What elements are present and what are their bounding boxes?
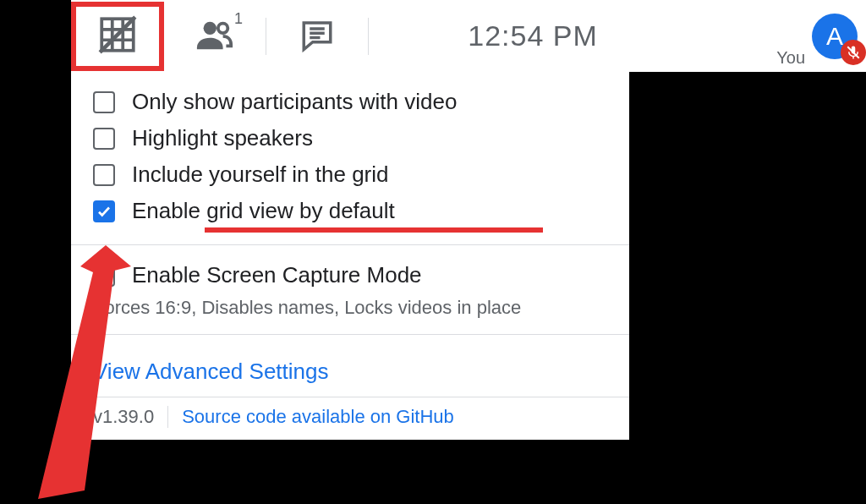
- option-include-yourself[interactable]: Include yourself in the grid: [71, 156, 629, 193]
- grid-settings-panel: Only show participants with video Highli…: [71, 72, 629, 440]
- checkbox[interactable]: [93, 128, 115, 150]
- panel-divider: [71, 244, 629, 245]
- panel-footer: v1.39.0 Source code available on GitHub: [71, 397, 629, 440]
- mic-muted-icon: [841, 40, 866, 65]
- you-label: You: [776, 48, 805, 68]
- checkbox[interactable]: [93, 91, 115, 113]
- screen-capture-hint: Forces 16:9, Disables names, Locks video…: [71, 293, 629, 319]
- version-label: v1.39.0: [93, 406, 154, 428]
- option-label: Only show participants with video: [132, 89, 457, 115]
- option-label: Highlight speakers: [132, 125, 313, 151]
- people-icon[interactable]: 1: [195, 15, 234, 58]
- checkbox-checked[interactable]: [93, 200, 115, 222]
- chat-icon[interactable]: [299, 17, 335, 56]
- clock-time: 12:54 PM: [369, 19, 697, 52]
- people-count: 1: [234, 10, 243, 28]
- avatar-initial: A: [826, 22, 843, 51]
- grid-off-icon[interactable]: [96, 14, 139, 59]
- option-enable-grid-default[interactable]: Enable grid view by default: [71, 193, 629, 229]
- option-label: Enable grid view by default: [132, 198, 395, 224]
- option-only-video[interactable]: Only show participants with video: [71, 84, 629, 120]
- advanced-settings-link[interactable]: View Advanced Settings: [71, 347, 629, 397]
- self-tile: You A: [697, 0, 866, 72]
- meet-top-bar: 1 12:54 PM You A: [71, 0, 866, 72]
- annotation-underline: [205, 227, 543, 233]
- option-highlight-speakers[interactable]: Highlight speakers: [71, 120, 629, 156]
- svg-point-7: [218, 23, 228, 33]
- panel-divider: [71, 334, 629, 335]
- checkbox[interactable]: [93, 265, 115, 287]
- footer-divider: [167, 406, 168, 428]
- option-label: Include yourself in the grid: [132, 162, 389, 188]
- checkbox[interactable]: [93, 164, 115, 186]
- github-link[interactable]: Source code available on GitHub: [182, 406, 454, 428]
- option-label: Enable Screen Capture Mode: [132, 262, 422, 288]
- svg-point-6: [204, 21, 216, 34]
- svg-line-5: [100, 17, 135, 52]
- grid-view-toggle-highlight: [71, 2, 164, 71]
- option-screen-capture[interactable]: Enable Screen Capture Mode: [71, 257, 629, 293]
